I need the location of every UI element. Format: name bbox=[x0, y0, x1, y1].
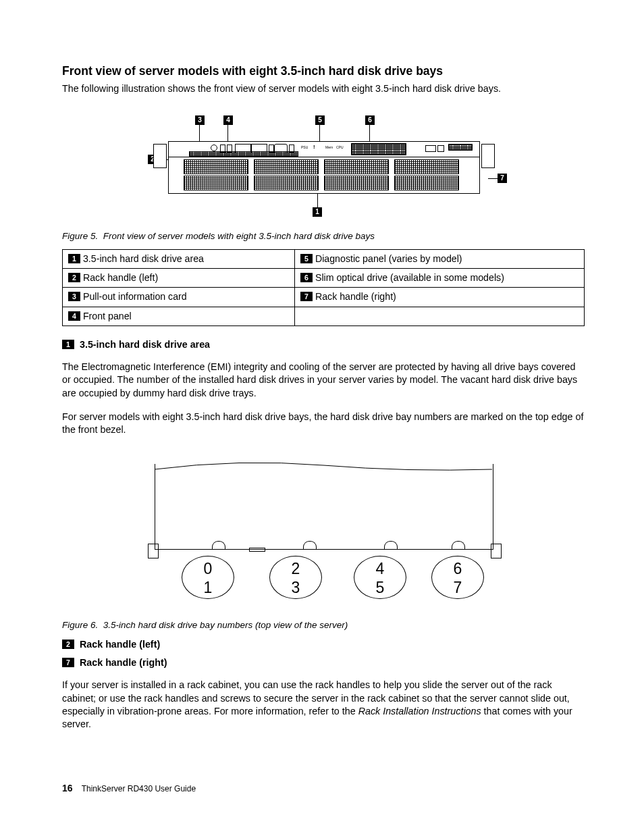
callout-4: 4 bbox=[223, 115, 233, 125]
figure-5-caption-text: Front view of server models with eight 3… bbox=[103, 231, 375, 241]
legend-text: Front panel bbox=[83, 311, 132, 321]
table-row: 1 3.5-inch hard disk drive area 5 Diagno… bbox=[63, 250, 585, 269]
legend-num: 4 bbox=[68, 311, 80, 321]
callout-3: 3 bbox=[195, 115, 205, 125]
legend-num: 2 bbox=[68, 273, 80, 282]
subhead-num: 7 bbox=[62, 658, 74, 667]
legend-num: 3 bbox=[68, 292, 80, 301]
legend-num: 7 bbox=[300, 292, 313, 301]
legend-text: Diagnostic panel (varies by model) bbox=[315, 253, 462, 264]
drive-area-para-2: For server models with eight 3.5-inch ha… bbox=[62, 411, 585, 437]
drive-bay-icon bbox=[324, 176, 389, 190]
rack-handle-left-icon bbox=[153, 144, 167, 168]
rack-para-italic: Rack Installation Instructions bbox=[358, 706, 481, 716]
drive-bay-icon bbox=[394, 176, 459, 190]
drive-bay-icon bbox=[324, 159, 389, 174]
legend-text: Slim optical drive (available in some mo… bbox=[315, 272, 504, 283]
legend-text: Pull-out information card bbox=[83, 291, 187, 302]
drive-bay-icon bbox=[394, 159, 459, 174]
drive-bay-icon bbox=[254, 176, 319, 190]
subhead-title: 3.5-inch hard disk drive area bbox=[80, 339, 210, 350]
drive-area-para-1: The Electromagnetic Interference (EMI) i… bbox=[62, 361, 585, 400]
legend-num: 6 bbox=[300, 273, 313, 282]
callout-6: 6 bbox=[365, 115, 375, 125]
subhead-title: Rack handle (left) bbox=[80, 639, 160, 650]
drive-bay-icon bbox=[254, 159, 319, 174]
table-row: 2 Rack handle (left) 6 Slim optical driv… bbox=[63, 269, 585, 288]
table-row: 3 Pull-out information card 7 Rack handl… bbox=[63, 288, 585, 307]
figure-5-caption-prefix: Figure 5. bbox=[62, 231, 98, 241]
diag-label-psu: PSU bbox=[301, 145, 308, 150]
legend-text: Rack handle (right) bbox=[315, 291, 396, 302]
page-footer: 16 ThinkServer RD430 User Guide bbox=[62, 782, 196, 795]
bay-number: 1 bbox=[182, 578, 234, 597]
subhead-num: 1 bbox=[62, 340, 74, 349]
drive-bay-icon bbox=[184, 159, 248, 174]
bay-number: 4 bbox=[354, 559, 406, 578]
callout-7: 7 bbox=[498, 174, 507, 183]
server-top-plate-icon bbox=[155, 464, 493, 550]
diag-label-bang: ! bbox=[313, 144, 315, 151]
bay-number: 0 bbox=[182, 559, 234, 578]
rack-ear-right-icon bbox=[491, 544, 502, 558]
diag-label-cpu: CPU bbox=[336, 145, 344, 150]
subhead-rack-handle-right: 7 Rack handle (right) bbox=[62, 656, 585, 669]
document-page: Front view of server models with eight 3… bbox=[0, 0, 644, 834]
subhead-rack-handle-left: 2 Rack handle (left) bbox=[62, 638, 585, 651]
subhead-title: Rack handle (right) bbox=[80, 657, 167, 668]
legend-num: 1 bbox=[68, 254, 80, 263]
figure-5: 3 4 5 6 2 7 1 bbox=[62, 115, 585, 217]
table-row: 4 Front panel bbox=[63, 307, 585, 325]
legend-text: 3.5-inch hard disk drive area bbox=[83, 253, 204, 264]
bay-bubble: 4 5 bbox=[354, 556, 406, 599]
document-title: ThinkServer RD430 User Guide bbox=[82, 784, 196, 793]
rack-ear-left-icon bbox=[148, 544, 159, 558]
callout-legend-table: 1 3.5-inch hard disk drive area 5 Diagno… bbox=[62, 249, 585, 326]
figure-6-diagram: 0 1 2 3 4 5 6 7 bbox=[134, 457, 512, 606]
page-number: 16 bbox=[62, 783, 73, 793]
bay-number: 6 bbox=[432, 559, 483, 578]
rack-handle-right-icon bbox=[481, 144, 495, 168]
legend-num: 5 bbox=[300, 254, 313, 263]
intro-paragraph: The following illustration shows the fro… bbox=[62, 82, 585, 95]
server-chassis-icon: PSU ! Mem CPU bbox=[168, 141, 480, 194]
page-heading: Front view of server models with eight 3… bbox=[62, 63, 585, 80]
bay-bubble: 0 1 bbox=[182, 556, 234, 599]
bay-number: 3 bbox=[270, 578, 321, 597]
diag-label-mem: Mem bbox=[325, 145, 333, 150]
figure-6: 0 1 2 3 4 5 6 7 bbox=[62, 457, 585, 606]
callout-1: 1 bbox=[313, 207, 322, 217]
bay-number: 2 bbox=[270, 559, 321, 578]
figure-6-caption-prefix: Figure 6. bbox=[62, 620, 98, 630]
figure-5-diagram: 3 4 5 6 2 7 1 bbox=[148, 115, 499, 217]
figure-6-caption: Figure 6. 3.5-inch hard disk drive bay n… bbox=[62, 619, 585, 631]
bay-bubble: 2 3 bbox=[269, 556, 322, 599]
figure-5-caption: Figure 5. Front view of server models wi… bbox=[62, 230, 585, 242]
bay-number: 7 bbox=[432, 578, 483, 597]
figure-6-caption-text: 3.5-inch hard disk drive bay numbers (to… bbox=[103, 620, 348, 630]
subhead-drive-area: 1 3.5-inch hard disk drive area bbox=[62, 338, 585, 351]
bay-number: 5 bbox=[354, 578, 406, 597]
callout-5: 5 bbox=[315, 115, 325, 125]
rack-handle-paragraph: If your server is installed in a rack ca… bbox=[62, 679, 585, 731]
drive-bay-icon bbox=[184, 176, 248, 190]
bay-bubble: 6 7 bbox=[431, 556, 484, 599]
subhead-num: 2 bbox=[62, 640, 74, 649]
legend-text: Rack handle (left) bbox=[83, 272, 158, 283]
